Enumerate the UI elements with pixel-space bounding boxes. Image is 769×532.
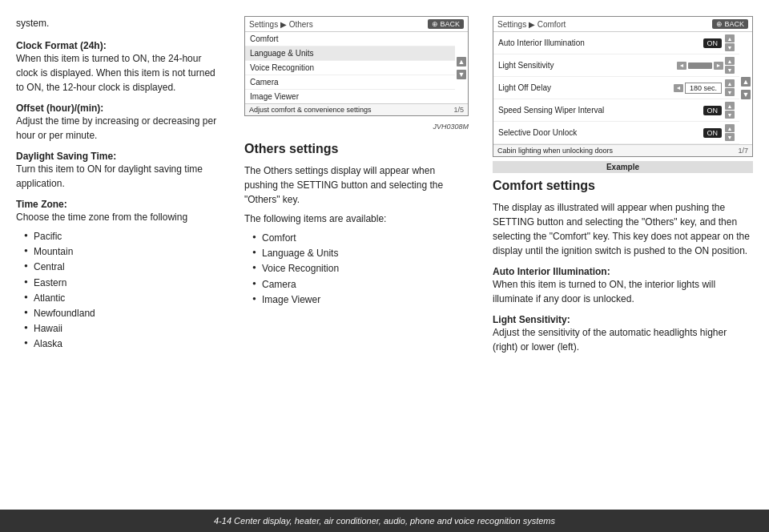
list-item: Mountain (24, 244, 220, 260)
auto-illumination-body: When this item is turned to ON, the inte… (493, 277, 753, 306)
others-items-list: Comfort Language & Units Voice Recogniti… (244, 231, 469, 308)
screen-row-auto-illumination[interactable]: Auto Interior Illumination ON ▲ ▼ (493, 32, 739, 54)
list-item: Eastern (24, 276, 220, 291)
example-label: Example (493, 161, 753, 173)
light-sensitivity-body: Adjust the sensitivity of the automatic … (493, 325, 753, 354)
scroll-up-arrow[interactable]: ▲ (741, 77, 751, 87)
comfort-back-button[interactable]: ⊕ BACK (712, 19, 748, 29)
others-screen: Settings ▶ Others ⊕ BACK Comfort Languag… (244, 16, 469, 116)
comfort-screen-title: Settings ▶ Comfort (497, 20, 566, 29)
main-content: system. Clock Format (24h): When this it… (0, 0, 769, 510)
screen-rows: Comfort Language & Units Voice Recogniti… (245, 32, 455, 103)
row-arrows: ▲ ▼ (725, 124, 735, 141)
comfort-footer-text: Cabin lighting when unlocking doors (497, 147, 613, 155)
screen-footer: Adjust comfort & convenience settings 1/… (245, 103, 468, 115)
screen-row-camera[interactable]: Camera (245, 75, 455, 90)
down-arrow[interactable]: ▼ (725, 111, 735, 119)
row-arrows: ▲ ▼ (725, 57, 735, 74)
screen-body: Comfort Language & Units Voice Recogniti… (245, 32, 468, 103)
list-item: Hawaii (24, 321, 220, 337)
page-container: system. Clock Format (24h): When this it… (0, 0, 769, 532)
left-arrow[interactable]: ◄ (674, 84, 683, 92)
screen-row-voice[interactable]: Voice Recognition (245, 61, 455, 75)
up-arrow[interactable]: ▲ (725, 79, 735, 87)
down-arrow[interactable]: ▼ (725, 66, 735, 74)
row-controls: ON ▲ ▼ (703, 102, 735, 119)
screen-row-door-unlock[interactable]: Selective Door Unlock ON ▲ ▼ (493, 122, 739, 144)
slider-bar[interactable] (688, 62, 712, 69)
down-arrow[interactable]: ▼ (725, 133, 735, 141)
footer: 4-14 Center display, heater, air conditi… (0, 510, 769, 532)
mid-column: Settings ▶ Others ⊕ BACK Comfort Languag… (232, 16, 481, 482)
list-item: Language & Units (252, 246, 469, 261)
up-arrow[interactable]: ▲ (725, 124, 735, 132)
screen-row-comfort[interactable]: Comfort (245, 32, 455, 46)
list-item: Newfoundland (24, 306, 220, 321)
dst-section: Daylight Saving Time: Turn this item to … (16, 151, 220, 191)
auto-illumination-heading: Auto Interior Illumination: (493, 266, 610, 277)
up-arrow[interactable]: ▲ (725, 102, 735, 110)
comfort-screen-body: Auto Interior Illumination ON ▲ ▼ (493, 32, 752, 144)
up-arrow[interactable]: ▲ (725, 34, 735, 42)
light-sensitivity-heading: Light Sensitivity: (493, 314, 570, 325)
screen-row-wiper-interval[interactable]: Speed Sensing Wiper Interval ON ▲ ▼ (493, 99, 739, 122)
on-badge: ON (703, 128, 723, 138)
scroll-down-arrow[interactable]: ▼ (457, 70, 466, 79)
light-sensitivity-section: Light Sensitivity: Adjust the sensitivit… (493, 314, 753, 354)
timezone-list: Pacific Mountain Central Eastern Atlanti… (16, 229, 220, 353)
row-controls: ◄ 180 sec. ▲ ▼ (674, 79, 735, 96)
down-arrow[interactable]: ▼ (725, 43, 735, 51)
screen-row-light-sensitivity[interactable]: Light Sensitivity ◄ ► ▲ ▼ (493, 54, 739, 77)
timezone-section: Time Zone: Choose the time zone from the… (16, 199, 220, 353)
others-body: The Others settings display will appear … (244, 163, 469, 207)
timezone-body: Choose the time zone from the following (16, 210, 220, 224)
screen-row-language[interactable]: Language & Units (245, 46, 455, 61)
scroll-up-arrow[interactable]: ▲ (457, 57, 466, 66)
list-item: Alaska (24, 337, 220, 352)
delay-value: 180 sec. (685, 83, 722, 94)
list-item: Pacific (24, 229, 220, 244)
left-column: system. Clock Format (24h): When this it… (16, 16, 232, 482)
side-arrows: ▲ ▼ (455, 32, 468, 103)
others-list-heading: The following items are available: (244, 212, 469, 226)
back-button[interactable]: ⊕ BACK (428, 19, 464, 29)
footer-text: 4-14 Center display, heater, air conditi… (214, 516, 555, 526)
offset-heading: Offset (hour)/(min): (16, 103, 103, 114)
screen-row-imageviewer[interactable]: Image Viewer (245, 90, 455, 103)
comfort-page-num: 1/7 (738, 147, 748, 155)
screen-page-num: 1/5 (453, 106, 464, 114)
left-arrow[interactable]: ◄ (677, 62, 686, 70)
dst-body: Turn this item to ON for daylight saving… (16, 162, 220, 191)
screen-image-id: JVH0308M (244, 120, 469, 131)
list-item: Atlantic (24, 291, 220, 306)
clock-format-section: Clock Format (24h): When this item is tu… (16, 40, 220, 95)
row-arrows: ▲ ▼ (725, 79, 735, 96)
screen-footer-text: Adjust comfort & convenience settings (249, 106, 372, 114)
others-heading: Others settings (244, 139, 469, 159)
clock-format-heading: Clock Format (24h): (16, 40, 107, 51)
row-arrows: ▲ ▼ (725, 34, 735, 51)
screen-header: Settings ▶ Others ⊕ BACK (245, 17, 468, 32)
list-item: Comfort (252, 231, 469, 246)
right-arrow[interactable]: ► (714, 62, 723, 70)
up-arrow[interactable]: ▲ (725, 57, 735, 65)
down-arrow[interactable]: ▼ (725, 88, 735, 96)
dst-heading: Daylight Saving Time: (16, 151, 116, 162)
top-text: system. (16, 16, 220, 30)
offset-section: Offset (hour)/(min): Adjust the time by … (16, 103, 220, 143)
comfort-section: Comfort settings The display as illustra… (493, 176, 753, 258)
comfort-screen-footer: Cabin lighting when unlocking doors 1/7 (493, 144, 752, 156)
screen-row-light-off-delay[interactable]: Light Off Delay ◄ 180 sec. ▲ ▼ (493, 77, 739, 99)
on-badge: ON (703, 38, 723, 48)
comfort-screen: Settings ▶ Comfort ⊕ BACK Auto Interior … (493, 16, 753, 157)
on-badge: ON (703, 106, 723, 115)
offset-body: Adjust the time by increasing or decreas… (16, 114, 220, 143)
row-arrows: ▲ ▼ (725, 102, 735, 119)
comfort-side-arrows: ▲ ▼ (739, 32, 752, 144)
auto-illumination-section: Auto Interior Illumination: When this it… (493, 266, 753, 306)
scroll-down-arrow[interactable]: ▼ (741, 90, 751, 99)
row-controls: ON ▲ ▼ (703, 124, 735, 141)
timezone-heading: Time Zone: (16, 199, 67, 210)
comfort-screen-rows: Auto Interior Illumination ON ▲ ▼ (493, 32, 739, 144)
screen-header-title: Settings ▶ Others (249, 20, 313, 29)
